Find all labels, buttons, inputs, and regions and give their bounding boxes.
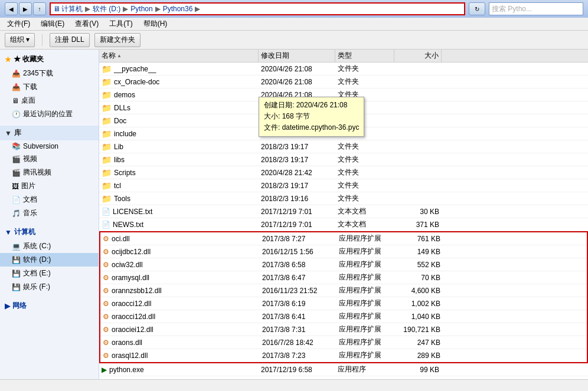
sidebar-item-tencent-video[interactable]: 🎬 腾讯视频 (0, 166, 99, 179)
header-name[interactable]: 名称 ▲ (99, 50, 259, 62)
file-size: 761 KB (417, 235, 440, 243)
library-header[interactable]: ▼ 库 (0, 126, 99, 140)
file-name-cell: 📁 cx_Oracle-doc (99, 75, 259, 88)
file-name: LICENSE.txt (113, 208, 152, 216)
table-row[interactable]: ⚙ oraocci12.dll 2017/3/8 6:19 应用程序扩展 1,0… (100, 297, 587, 310)
refresh-button[interactable]: ↻ (469, 2, 485, 15)
dll-icon: ⚙ (103, 248, 109, 256)
file-size: 70 KB (421, 274, 440, 282)
table-row[interactable]: ⚙ ocijdbc12.dll 2016/12/15 1:56 应用程序扩展 1… (100, 245, 587, 258)
sidebar-item-desktop[interactable]: 🖥 桌面 (0, 94, 99, 107)
table-row[interactable]: 📁 __pycache__ 2020/4/26 21:08 文件夹 (99, 63, 588, 75)
up-button[interactable]: ↑ (33, 2, 46, 15)
network-header[interactable]: ▶ 网络 (0, 298, 99, 313)
video-icon: 🎬 (12, 155, 21, 163)
address-python36[interactable]: Python36 (163, 5, 193, 13)
file-name: demos (114, 91, 135, 99)
table-row[interactable]: ⚙ python3.dll 2017/12/19 6:58 58 KB (99, 376, 588, 379)
table-row[interactable]: 📁 Tools 2018/2/3 19:16 文件夹 (99, 192, 588, 205)
register-dll-button[interactable]: 注册 DLL (50, 33, 89, 47)
table-row[interactable]: ⚙ oraocci12d.dll 2017/3/8 6:41 应用程序扩展 1,… (100, 310, 587, 323)
header-size[interactable]: 大小 (394, 50, 442, 62)
file-date: 2017/3/8 7:27 (262, 235, 305, 243)
menu-tools[interactable]: 工具(T) (104, 18, 137, 30)
new-folder-button[interactable]: 新建文件夹 (94, 33, 141, 47)
sidebar-item-subversion[interactable]: 📚 Subversion (0, 140, 99, 152)
header-date-label: 修改日期 (261, 51, 289, 61)
address-bar[interactable]: 🖥 计算机 ▶ 软件 (D:) ▶ Python ▶ Python36 ▶ (50, 2, 465, 15)
sidebar-item-f-drive[interactable]: 💾 娱乐 (F:) (0, 280, 99, 294)
search-bar[interactable]: 搜索 Pytho... (489, 2, 583, 15)
tencent-video-icon: 🎬 (12, 169, 21, 177)
computer-header[interactable]: ▼ 计算机 (0, 225, 99, 239)
organize-button[interactable]: 组织 ▾ (5, 33, 35, 47)
table-row[interactable]: ⚙ ociw32.dll 2017/3/8 6:58 应用程序扩展 552 KB (100, 258, 587, 271)
file-date: 2017/3/8 6:19 (262, 300, 305, 308)
main-layout: ★ ★ 收藏夹 📥 2345下载 📥 下载 🖥 桌面 🕐 最近访问的位置 ▼ 库… (0, 50, 588, 379)
file-name-cell: 📁 __pycache__ (99, 63, 259, 75)
file-name-cell: ⚙ oci.dll (100, 232, 260, 245)
table-row[interactable]: ▶ python.exe 2017/12/19 6:58 应用程序 99 KB (99, 363, 588, 376)
table-row[interactable]: 📁 Lib 2018/2/3 19:17 文件夹 (99, 140, 588, 153)
table-row[interactable]: ⚙ oramysql.dll 2017/3/8 6:47 应用程序扩展 70 K… (100, 271, 587, 284)
file-size-cell: 70 KB (396, 271, 443, 284)
forward-button[interactable]: ▶ (19, 2, 32, 15)
menu-edit[interactable]: 编辑(E) (36, 18, 69, 30)
file-date: 2018/2/3 19:17 (261, 156, 308, 164)
sidebar-divider2 (0, 220, 99, 225)
sidebar-item-d-drive[interactable]: 💾 软件 (D:) (0, 253, 99, 267)
menu-view[interactable]: 查看(V) (70, 18, 103, 30)
file-type: 文件夹 (338, 193, 359, 203)
file-name: Scripts (114, 169, 136, 177)
file-type: 应用程序扩展 (339, 324, 381, 334)
file-type-cell: 文件夹 (335, 192, 394, 205)
sidebar-item-recent[interactable]: 🕐 最近访问的位置 (0, 107, 99, 121)
sidebar-item-music[interactable]: 🎵 音乐 (0, 206, 99, 220)
header-type[interactable]: 类型 (335, 50, 394, 62)
table-row[interactable]: ⚙ orannzsbb12.dll 2016/11/23 21:52 应用程序扩… (100, 284, 587, 297)
table-row[interactable]: 📁 libs 2018/2/3 19:17 文件夹 (99, 153, 588, 166)
sidebar-item-c-drive[interactable]: 💻 系统 (C:) (0, 239, 99, 253)
favorites-header[interactable]: ★ ★ 收藏夹 (0, 52, 99, 67)
menu-file[interactable]: 文件(F) (2, 18, 35, 30)
table-row[interactable]: ⚙ oraons.dll 2016/7/28 18:42 应用程序扩展 247 … (100, 336, 587, 349)
sidebar-item-downloads[interactable]: 📥 下载 (0, 80, 99, 94)
subversion-label: Subversion (23, 142, 58, 150)
file-date: 2017/12/19 6:58 (261, 366, 312, 374)
file-size: 552 KB (417, 261, 440, 269)
sidebar-item-video[interactable]: 🎬 视频 (0, 152, 99, 166)
table-row[interactable]: 📄 NEWS.txt 2017/12/19 7:01 文本文档 371 KB (99, 218, 588, 231)
address-computer[interactable]: 🖥 计算机 (53, 4, 83, 14)
table-row[interactable]: 📁 tcl 2018/2/3 19:17 文件夹 (99, 179, 588, 192)
table-row[interactable]: ⚙ oraociei12.dll 2017/3/8 7:31 应用程序扩展 19… (100, 323, 587, 336)
file-type: 应用程序扩展 (339, 234, 381, 244)
address-drive[interactable]: 软件 (D:) (93, 4, 120, 14)
dll-icon: ⚙ (103, 287, 109, 295)
header-date[interactable]: 修改日期 (259, 50, 335, 62)
folder-icon: 📁 (102, 90, 112, 100)
sidebar-item-downloads2345[interactable]: 📥 2345下载 (0, 67, 99, 80)
sidebar-item-pictures[interactable]: 🖼 图片 (0, 179, 99, 193)
file-type: 文件夹 (338, 142, 359, 152)
address-python[interactable]: Python (130, 5, 152, 13)
file-type-cell: 文件夹 (335, 153, 394, 166)
file-tooltip: 创建日期: 2020/4/26 21:08 大小: 168 字节 文件: dat… (259, 97, 364, 137)
file-size-cell: 30 KB (394, 205, 442, 218)
menu-help[interactable]: 帮助(H) (139, 18, 172, 30)
table-row[interactable]: 📁 Scripts 2020/4/28 21:42 文件夹 (99, 166, 588, 179)
table-row[interactable]: 📁 cx_Oracle-doc 2020/4/26 21:08 文件夹 (99, 75, 588, 88)
file-type-cell: 文件夹 (335, 179, 394, 192)
sidebar-item-e-drive[interactable]: 💾 文档 (E:) (0, 267, 99, 280)
file-date-cell: 2017/12/19 6:58 (259, 363, 335, 376)
file-size-cell: 289 KB (396, 349, 443, 362)
table-row[interactable]: ⚙ oci.dll 2017/3/8 7:27 应用程序扩展 761 KB (100, 232, 587, 245)
header-type-label: 类型 (338, 51, 352, 61)
e-drive-label: 文档 (E:) (23, 268, 51, 278)
sidebar-item-documents[interactable]: 📄 文档 (0, 193, 99, 206)
table-row[interactable]: 📄 LICENSE.txt 2017/12/19 7:01 文本文档 30 KB (99, 205, 588, 218)
table-row[interactable]: ⚙ orasql12.dll 2017/3/8 7:23 应用程序扩展 289 … (100, 349, 587, 362)
back-button[interactable]: ◀ (5, 2, 18, 15)
header-size-label: 大小 (424, 51, 439, 61)
file-size-cell (394, 166, 442, 179)
file-name-cell: 📁 Tools (99, 192, 259, 205)
